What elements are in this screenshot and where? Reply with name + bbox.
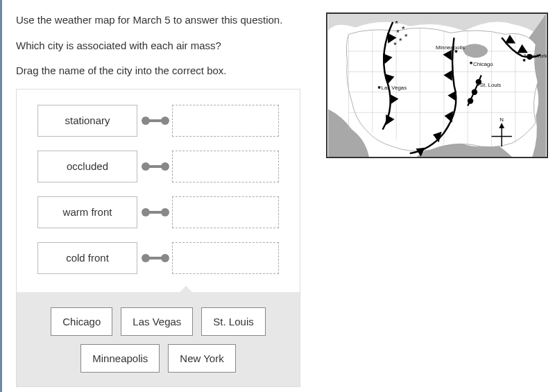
choice-new-york[interactable]: New York <box>168 344 235 373</box>
choice-minneapolis[interactable]: Minneapolis <box>80 344 160 373</box>
svg-text:*: * <box>393 40 397 49</box>
category-occluded: occluded <box>37 151 137 182</box>
map-label-chicago: Chicago <box>473 61 493 67</box>
choices-area: Chicago Las Vegas St. Louis Minneapolis … <box>16 292 300 387</box>
choice-st-louis[interactable]: St. Louis <box>201 307 265 336</box>
instruction-text-1: Use the weather map for March 5 to answe… <box>16 12 300 28</box>
drop-target-warm-front[interactable] <box>172 196 279 228</box>
connector-icon <box>142 253 169 264</box>
map-label-minneapolis: Minneapolis <box>436 44 465 51</box>
matching-area: stationary occluded warm front cold fron… <box>16 89 300 292</box>
choices-row-2: Minneapolis New York <box>37 344 279 373</box>
connector-icon <box>142 161 169 172</box>
drop-target-stationary[interactable] <box>172 105 279 137</box>
weather-map: * * * * * * <box>326 12 548 158</box>
drop-target-occluded[interactable] <box>172 151 279 182</box>
choices-row-1: Chicago Las Vegas St. Louis <box>37 307 279 336</box>
match-row-stationary: stationary <box>37 105 279 137</box>
svg-point-8 <box>472 90 477 94</box>
svg-point-9 <box>468 99 472 103</box>
svg-point-15 <box>477 83 479 86</box>
choice-chicago[interactable]: Chicago <box>51 307 112 336</box>
connector-icon <box>142 207 169 218</box>
instruction-text-3: Drag the name of the city into the corre… <box>16 63 300 79</box>
connector-icon <box>142 115 169 126</box>
category-warm-front: warm front <box>37 196 137 228</box>
match-row-occluded: occluded <box>37 151 279 182</box>
category-stationary: stationary <box>37 105 137 137</box>
map-label-las-vegas: Las Vegas <box>382 85 407 91</box>
svg-text:*: * <box>399 36 402 45</box>
svg-point-14 <box>378 86 381 89</box>
svg-text:*: * <box>395 19 398 28</box>
drop-target-cold-front[interactable] <box>172 242 279 274</box>
choice-las-vegas[interactable]: Las Vegas <box>121 307 193 336</box>
instruction-text-2: Which city is associated with each air m… <box>16 38 300 54</box>
weather-map-svg: * * * * * * <box>327 14 547 157</box>
map-label-new-york: New York <box>524 53 547 59</box>
category-cold-front: cold front <box>37 242 137 274</box>
map-label-st-louis: St. Louis <box>480 82 502 88</box>
svg-point-12 <box>470 62 472 65</box>
right-column: * * * * * * <box>307 12 548 392</box>
match-row-cold-front: cold front <box>37 242 279 274</box>
svg-point-13 <box>523 59 526 62</box>
left-column: Use the weather map for March 5 to answe… <box>9 12 307 392</box>
svg-text:*: * <box>404 32 408 41</box>
match-row-warm-front: warm front <box>37 196 279 228</box>
compass-label: N <box>500 117 504 123</box>
question-page: Use the weather map for March 5 to answe… <box>0 0 555 392</box>
